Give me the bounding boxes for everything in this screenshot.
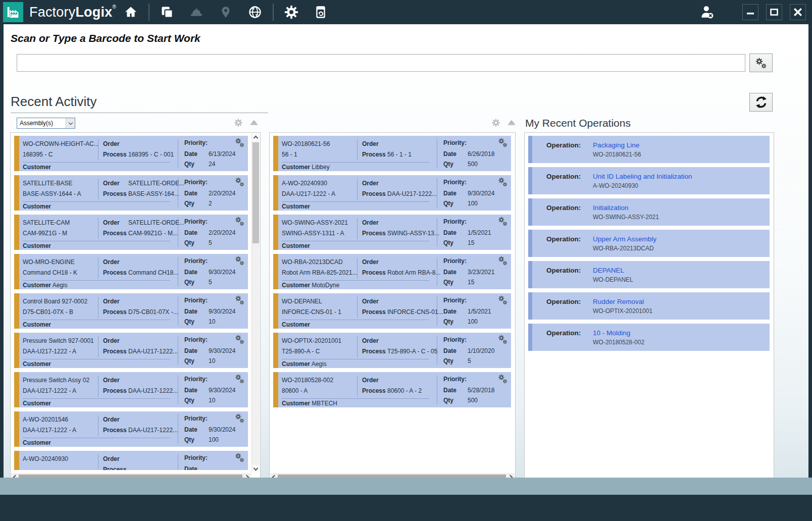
card-settings-gears-icon[interactable] xyxy=(234,334,246,346)
wo-assembly-rev: INFORCE-CNS-01 - 1 xyxy=(282,308,341,316)
card-divider xyxy=(282,398,429,399)
card-divider xyxy=(357,376,358,397)
work-order-card[interactable]: WO-20180621-56 56 - 1 Order Process 56 -… xyxy=(273,136,511,171)
operation-card[interactable]: Operation:DEPANEL WO-DEPANEL xyxy=(528,261,770,288)
date-value: 9/30/2024 xyxy=(468,190,494,197)
order-label: Order xyxy=(103,337,120,344)
work-order-card[interactable]: WO-RBA-20213DCAD Robot Arm RBA-825-2021.… xyxy=(273,254,511,289)
card-settings-gears-icon[interactable] xyxy=(234,255,246,268)
operation-card[interactable]: Operation:Initialization WO-SWING-ASSY-2… xyxy=(528,198,770,226)
close-button[interactable] xyxy=(790,4,806,20)
minimize-button[interactable] xyxy=(742,4,758,20)
work-order-card[interactable]: WO-20180528-002 80600 - A Order Process … xyxy=(273,372,511,407)
card-settings-gears-icon[interactable] xyxy=(497,216,509,228)
operation-card[interactable]: Operation:Rudder Removal WO-OPTIX-202010… xyxy=(528,292,770,320)
vertical-scrollbar[interactable] xyxy=(251,133,260,473)
work-order-card[interactable]: Pressure Switch 927-0001 DAA-U217-1222 -… xyxy=(14,333,248,368)
priority-color-bar xyxy=(273,254,278,289)
card-settings-gears-icon[interactable] xyxy=(497,177,509,189)
operation-link[interactable]: Upper Arm Assembly xyxy=(593,235,656,243)
operation-link[interactable]: Packaging Line xyxy=(593,141,639,149)
barcode-options-button[interactable] xyxy=(749,54,773,72)
logout-user-icon[interactable] xyxy=(699,5,715,20)
process-label: Process xyxy=(362,387,386,394)
app-title: FactoryLogix® xyxy=(29,5,116,20)
qty-label: Qty xyxy=(443,200,453,207)
qty-value: 24 xyxy=(209,161,215,168)
operation-card[interactable]: Operation:Packaging Line WO-20180621-56 xyxy=(528,136,770,163)
card-settings-gears-icon[interactable] xyxy=(234,295,246,307)
wo-assembly-rev: BASE-ASSY-1644 - A xyxy=(23,190,81,197)
operation-card[interactable]: Operation:Unit ID Labeling and Initializ… xyxy=(528,167,770,194)
work-order-card[interactable]: SATELLITE-BASE BASE-ASSY-1644 - A Order … xyxy=(14,175,248,211)
qty-label: Qty xyxy=(184,279,194,286)
operation-color-bar xyxy=(528,261,532,288)
date-value: 9/30/2024 xyxy=(209,426,235,433)
operation-work-order: WO-20180621-56 xyxy=(593,151,770,158)
process-value: BASE-ASSY-164... xyxy=(128,190,179,197)
work-order-card[interactable]: SATELLITE-CAM CAM-99Z1G - M Order SATELL… xyxy=(14,215,248,250)
maximize-button[interactable] xyxy=(766,4,782,20)
operation-card[interactable]: Operation:10 - Molding WO-20180528-002 xyxy=(528,324,770,351)
work-order-card[interactable]: A-WO-20240930 DAA-U217-1222 - A Order Pr… xyxy=(273,175,511,211)
operation-link[interactable]: Unit ID Labeling and Initialization xyxy=(593,173,692,180)
card-settings-gears-icon[interactable] xyxy=(497,137,509,149)
scroll-down-button[interactable] xyxy=(252,465,260,473)
scroll-up-button[interactable] xyxy=(252,133,260,141)
operation-label: Operation: xyxy=(546,329,593,337)
qty-label: Qty xyxy=(443,318,453,325)
qty-label: Qty xyxy=(443,279,453,286)
operation-label: Operation: xyxy=(546,298,593,305)
card-settings-gears-icon[interactable] xyxy=(497,334,509,346)
date-label: Date xyxy=(184,308,197,315)
qty-label: Qty xyxy=(443,239,453,246)
refresh-button[interactable] xyxy=(749,93,773,112)
operation-link[interactable]: DEPANEL xyxy=(593,267,624,274)
barcode-prompt-title: Scan or Type a Barcode to Start Work xyxy=(11,32,200,44)
scrollbar-thumb[interactable] xyxy=(252,142,259,243)
card-settings-gears-icon[interactable] xyxy=(497,255,509,268)
card-settings-gears-icon[interactable] xyxy=(234,216,246,228)
card-settings-gears-icon[interactable] xyxy=(234,413,246,425)
gear-icon xyxy=(234,118,243,127)
work-order-card[interactable]: Control Board 927-0002 D75-CB01-07X - B … xyxy=(14,293,248,329)
backup-device-icon[interactable] xyxy=(313,5,328,20)
work-order-card[interactable]: WO-OPTIX-20201001 T25-890-A - C Order Pr… xyxy=(273,333,511,368)
documents-icon[interactable] xyxy=(160,5,175,20)
barcode-input[interactable] xyxy=(17,54,745,72)
card-settings-gears-icon[interactable] xyxy=(234,177,246,189)
home-icon[interactable] xyxy=(123,5,138,20)
card-settings-gears-icon[interactable] xyxy=(497,374,509,386)
operation-color-bar xyxy=(528,136,532,163)
work-order-card[interactable]: A-WO-20240930 Order Process Customer Pri… xyxy=(14,451,248,470)
work-order-card[interactable]: WO-CROWN-HEIGHT-AC... 168395 - C Order P… xyxy=(14,136,248,171)
activity-filter-select[interactable]: Assembly(s) xyxy=(17,118,75,129)
card-settings-gears-icon[interactable] xyxy=(234,452,246,464)
operation-card[interactable]: Operation:Upper Arm Assembly WO-RBA-2021… xyxy=(528,230,770,257)
work-order-card[interactable]: WO-SWING-ASSY-2021 SWING-ASSY-1311 - A O… xyxy=(273,215,511,250)
toolbar-divider xyxy=(148,4,149,21)
operation-link[interactable]: 10 - Molding xyxy=(593,329,630,337)
date-label: Date xyxy=(443,308,456,315)
work-order-card[interactable]: Pressure Switch Assy 02 DAA-U217-1222 - … xyxy=(14,372,248,407)
card-divider xyxy=(178,414,178,444)
work-order-card[interactable]: A-WO-20201546 DAA-U217-1222 - A Order Pr… xyxy=(14,411,248,447)
operation-label: Operation: xyxy=(546,204,593,212)
work-order-card[interactable]: WO-DEPANEL INFORCE-CNS-01 - 1 Order Proc… xyxy=(273,293,511,329)
card-settings-gears-icon[interactable] xyxy=(497,295,509,307)
card-settings-gears-icon[interactable] xyxy=(234,374,246,386)
operation-work-order: WO-20180528-002 xyxy=(593,339,770,346)
priority-color-bar xyxy=(14,136,19,171)
card-divider xyxy=(437,257,437,286)
wo-assembly-rev: DAA-U217-1222 - A xyxy=(23,348,76,355)
process-value: DAA-U217-1222... xyxy=(128,387,178,394)
settings-gear-icon[interactable] xyxy=(284,5,299,20)
work-order-card[interactable]: WO-MRO-ENGINE Command CH18 - K Order Pro… xyxy=(14,254,248,289)
operation-color-bar xyxy=(528,292,532,320)
globe-icon[interactable] xyxy=(247,5,263,20)
card-divider xyxy=(23,359,170,359)
operation-link[interactable]: Initialization xyxy=(593,204,629,212)
priority-label: Priority: xyxy=(443,218,467,225)
card-settings-gears-icon[interactable] xyxy=(234,137,246,149)
operation-link[interactable]: Rudder Removal xyxy=(593,298,644,305)
